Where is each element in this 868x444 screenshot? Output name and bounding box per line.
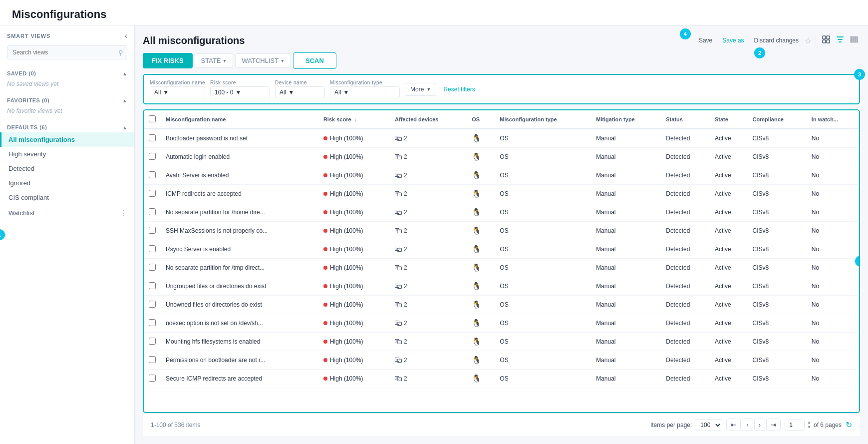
sidebar-item-watchlist[interactable]: Watchlist ⋮ bbox=[0, 205, 134, 221]
page-input: ▲ ▼ of 6 pages bbox=[785, 420, 842, 431]
defaults-section-label: DEFAULTS (6) bbox=[7, 124, 47, 130]
more-chevron-icon: ▼ bbox=[426, 87, 431, 92]
favorites-section-header[interactable]: FAVORITES (0) ▲ bbox=[0, 95, 134, 105]
scan-button[interactable]: SCAN bbox=[293, 52, 336, 69]
misconfigurations-table: Misconfiguration name Risk score ↓ Affec… bbox=[144, 110, 859, 388]
row-checkbox-11[interactable] bbox=[149, 338, 156, 345]
refresh-button[interactable]: ↻ bbox=[846, 420, 852, 430]
row-checkbox-3[interactable] bbox=[149, 190, 156, 197]
cell-os-11: 🐧 bbox=[467, 333, 495, 351]
select-all-checkbox[interactable] bbox=[149, 115, 156, 122]
cell-watchlist-4: No bbox=[807, 203, 859, 222]
misc-name-label: Misconfiguration name bbox=[150, 80, 205, 85]
page-number-input[interactable] bbox=[785, 420, 805, 431]
table-row: Rsync Server is enabled High (100%) 2 🐧 … bbox=[144, 240, 859, 259]
cell-risk-2: High (100%) bbox=[318, 166, 390, 185]
linux-icon-6: 🐧 bbox=[472, 245, 481, 253]
row-checkbox-13[interactable] bbox=[149, 375, 156, 382]
pagination: Items per page: 100 50 25 ⇤ ‹ › ⇥ bbox=[650, 419, 852, 431]
cell-devices-1: 2 bbox=[390, 148, 467, 166]
columns-icon[interactable] bbox=[848, 33, 860, 47]
save-button[interactable]: Save bbox=[695, 35, 716, 46]
search-input[interactable] bbox=[7, 45, 127, 59]
cell-risk-1: High (100%) bbox=[318, 148, 390, 166]
row-checkbox-9[interactable] bbox=[149, 301, 156, 308]
toolbar: 4 Save Save as Discard changes ☆ bbox=[695, 33, 860, 47]
page-up-button[interactable]: ▲ bbox=[807, 420, 812, 425]
favorites-empty-text: No favorite views yet bbox=[0, 105, 134, 116]
filter-bar: 3 Misconfiguration name All ▼ Risk score… bbox=[143, 74, 860, 104]
risk-dot-icon bbox=[323, 155, 327, 159]
page-down-button[interactable]: ▼ bbox=[807, 425, 812, 430]
linux-icon-8: 🐧 bbox=[472, 282, 481, 290]
tab-watchlist[interactable]: WATCHLIST ▼ bbox=[235, 53, 291, 68]
more-filters-button[interactable]: More ▼ bbox=[405, 83, 436, 96]
row-checkbox-2[interactable] bbox=[149, 171, 156, 178]
row-checkbox-12[interactable] bbox=[149, 356, 156, 363]
cell-compliance-13: CISv8 bbox=[748, 370, 807, 388]
sidebar-collapse-button[interactable]: ‹ bbox=[125, 31, 127, 40]
linux-icon-9: 🐧 bbox=[472, 300, 481, 309]
last-page-button[interactable]: ⇥ bbox=[766, 419, 781, 431]
misc-name-dropdown[interactable]: All ▼ bbox=[150, 86, 205, 98]
misc-type-dropdown[interactable]: All ▼ bbox=[330, 86, 400, 98]
star-icon[interactable]: ☆ bbox=[805, 36, 812, 45]
tab-fix-risks[interactable]: FIX RISKS bbox=[143, 53, 193, 68]
cell-devices-10: 2 bbox=[390, 314, 467, 333]
sidebar-item-cis-compliant[interactable]: CIS compliant bbox=[0, 190, 134, 205]
device-name-dropdown[interactable]: All ▼ bbox=[275, 86, 325, 98]
misc-type-label: Misconfiguration type bbox=[330, 80, 400, 85]
row-checkbox-8[interactable] bbox=[149, 282, 156, 289]
discard-button[interactable]: Discard changes bbox=[750, 35, 803, 46]
risk-dot-icon bbox=[323, 303, 327, 307]
cell-status-2: Detected bbox=[661, 166, 710, 185]
row-checkbox-0[interactable] bbox=[149, 134, 156, 141]
cell-mitigation-10: Manual bbox=[591, 314, 661, 333]
col-header-risk[interactable]: Risk score ↓ bbox=[318, 110, 390, 129]
row-checkbox-1[interactable] bbox=[149, 153, 156, 160]
cell-mitigation-13: Manual bbox=[591, 370, 661, 388]
cell-mitigation-6: Manual bbox=[591, 240, 661, 259]
row-checkbox-7[interactable] bbox=[149, 264, 156, 271]
first-page-button[interactable]: ⇤ bbox=[726, 419, 741, 431]
per-page-select[interactable]: 100 50 25 bbox=[695, 419, 722, 431]
cell-os-1: 🐧 bbox=[467, 148, 495, 166]
saved-section-header[interactable]: SAVED (0) ▲ bbox=[0, 68, 134, 78]
save-as-button[interactable]: Save as bbox=[718, 35, 748, 46]
col-header-mitigation: Mitigation type bbox=[591, 110, 661, 129]
cell-compliance-8: CISv8 bbox=[748, 277, 807, 296]
risk-dot-icon bbox=[323, 173, 327, 177]
col-header-watchlist: In watch... bbox=[807, 110, 859, 129]
cell-name-9: Unowned files or directories do exist bbox=[161, 296, 318, 314]
table-row: Bootloader password is not set High (100… bbox=[144, 129, 859, 148]
cell-watchlist-13: No bbox=[807, 370, 859, 388]
cell-watchlist-3: No bbox=[807, 185, 859, 203]
risk-score-dropdown[interactable]: 100 - 0 ▼ bbox=[210, 86, 270, 98]
tab-state[interactable]: STATE ▼ bbox=[195, 53, 234, 68]
cell-state-0: Active bbox=[710, 129, 748, 148]
next-page-button[interactable]: › bbox=[754, 419, 765, 431]
prev-page-button[interactable]: ‹ bbox=[742, 419, 753, 431]
table-row: Automatic login enabled High (100%) 2 🐧 … bbox=[144, 148, 859, 166]
cell-os-10: 🐧 bbox=[467, 314, 495, 333]
defaults-section-header[interactable]: DEFAULTS (6) ▲ bbox=[0, 122, 134, 132]
row-checkbox-5[interactable] bbox=[149, 227, 156, 234]
per-page-label: Items per page: bbox=[650, 422, 692, 429]
cell-state-3: Active bbox=[710, 185, 748, 203]
sidebar-item-all-misconfigurations[interactable]: All misconfigurations bbox=[0, 132, 134, 147]
sidebar-item-ignored[interactable]: Ignored bbox=[0, 176, 134, 190]
cell-name-8: Ungrouped files or directories do exist bbox=[161, 277, 318, 296]
row-checkbox-6[interactable] bbox=[149, 245, 156, 252]
table-row: Secure ICMP redirects are accepted High … bbox=[144, 370, 859, 388]
sidebar: 1 SMART VIEWS ‹ ⚲ SAVED (0) ▲ No saved v… bbox=[0, 25, 135, 444]
favorites-section-label: FAVORITES (0) bbox=[7, 97, 49, 103]
sidebar-item-high-severity[interactable]: High severity bbox=[0, 147, 134, 161]
reset-filters-button[interactable]: Reset filters bbox=[443, 86, 475, 93]
sidebar-item-detected[interactable]: Detected bbox=[0, 161, 134, 176]
cell-devices-8: 2 bbox=[390, 277, 467, 296]
filter-icon[interactable] bbox=[834, 33, 846, 47]
cell-state-4: Active bbox=[710, 203, 748, 222]
layout-icon[interactable] bbox=[820, 33, 832, 47]
row-checkbox-4[interactable] bbox=[149, 208, 156, 215]
row-checkbox-10[interactable] bbox=[149, 319, 156, 326]
